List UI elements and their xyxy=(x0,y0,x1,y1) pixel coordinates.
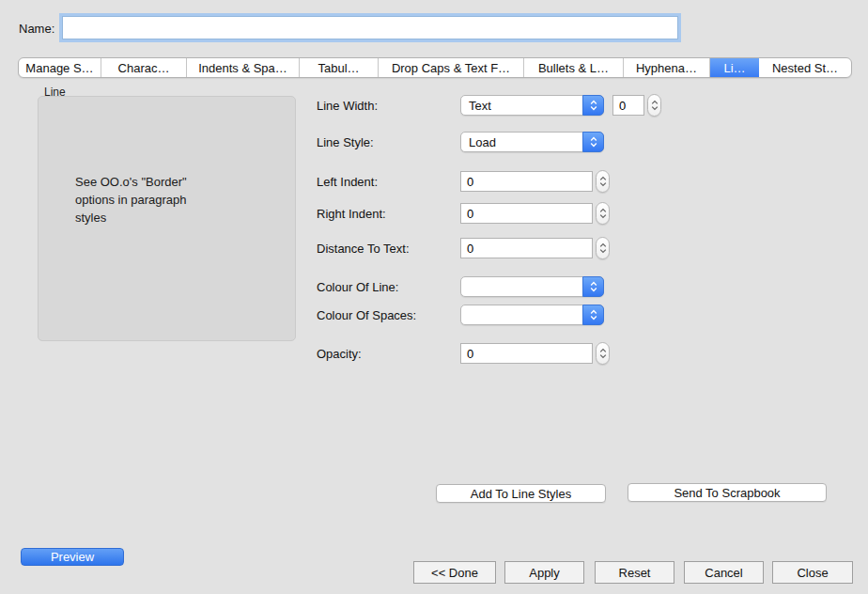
line-style-label: Line Style: xyxy=(317,135,374,149)
tab-drop-caps-text[interactable]: Drop Caps & Text F… xyxy=(379,58,524,77)
tab-manage-styles[interactable]: Manage S… xyxy=(19,58,101,77)
name-label: Name: xyxy=(19,22,54,36)
dropdown-chevrons-icon xyxy=(582,95,604,116)
right-indent-label: Right Indent: xyxy=(317,207,386,221)
tab-hyphenation[interactable]: Hyphena… xyxy=(624,58,710,77)
close-button[interactable]: Close xyxy=(772,561,853,584)
reset-button[interactable]: Reset xyxy=(595,561,674,584)
colour-of-spaces-dropdown[interactable] xyxy=(460,305,604,325)
line-style-dropdown[interactable]: Load xyxy=(460,132,604,152)
colour-of-spaces-label: Colour Of Spaces: xyxy=(317,308,416,322)
tab-tabulation[interactable]: Tabul… xyxy=(300,58,379,77)
tab-indents-spacing[interactable]: Indents & Spa… xyxy=(187,58,300,77)
tab-bullets-lists[interactable]: Bullets & L… xyxy=(524,58,624,77)
dropdown-chevrons-icon xyxy=(582,305,604,325)
line-width-dropdown[interactable]: Text xyxy=(460,95,604,116)
stepper-chevrons-icon xyxy=(599,176,607,187)
opacity-stepper[interactable] xyxy=(596,342,610,365)
right-indent-stepper[interactable] xyxy=(596,202,610,225)
dropdown-chevrons-icon xyxy=(582,132,604,152)
line-width-dropdown-value: Text xyxy=(461,99,582,113)
opacity-label: Opacity: xyxy=(317,347,362,361)
distance-to-text-stepper[interactable] xyxy=(596,237,610,259)
line-group-note: See OO.o's "Border" options in paragraph… xyxy=(75,174,221,227)
name-input[interactable] xyxy=(62,16,678,39)
stepper-chevrons-icon xyxy=(599,242,607,254)
line-width-number-input[interactable] xyxy=(612,95,644,116)
colour-of-line-dropdown[interactable] xyxy=(460,276,604,297)
colour-of-line-label: Colour Of Line: xyxy=(317,280,398,294)
cancel-button[interactable]: Cancel xyxy=(684,561,764,584)
preview-button[interactable]: Preview xyxy=(21,548,124,566)
stepper-chevrons-icon xyxy=(599,208,607,219)
send-to-scrapbook-button[interactable]: Send To Scrapbook xyxy=(628,483,827,502)
opacity-input[interactable] xyxy=(460,343,593,364)
style-tabs: Manage S… Charac… Indents & Spa… Tabul… … xyxy=(18,57,852,78)
right-indent-input[interactable] xyxy=(460,203,593,224)
apply-button[interactable]: Apply xyxy=(504,561,584,584)
dropdown-chevrons-icon xyxy=(582,276,604,297)
add-to-line-styles-button[interactable]: Add To Line Styles xyxy=(436,484,606,503)
done-button[interactable]: << Done xyxy=(413,561,496,584)
stepper-chevrons-icon xyxy=(651,100,659,111)
line-width-stepper[interactable] xyxy=(647,94,661,117)
tab-nested-styles[interactable]: Nested St… xyxy=(759,58,851,77)
left-indent-input[interactable] xyxy=(460,171,593,192)
distance-to-text-label: Distance To Text: xyxy=(317,242,410,256)
distance-to-text-input[interactable] xyxy=(460,238,593,258)
line-style-dropdown-value: Load xyxy=(461,135,582,149)
left-indent-stepper[interactable] xyxy=(596,170,610,193)
tab-line[interactable]: Li… xyxy=(710,58,759,77)
tab-character[interactable]: Charac… xyxy=(101,58,187,77)
stepper-chevrons-icon xyxy=(599,348,607,359)
line-width-label: Line Width: xyxy=(317,99,378,113)
left-indent-label: Left Indent: xyxy=(317,175,378,189)
paragraph-styles-dialog: { "dialog": { "name_label": "Name:", "na… xyxy=(0,0,868,594)
